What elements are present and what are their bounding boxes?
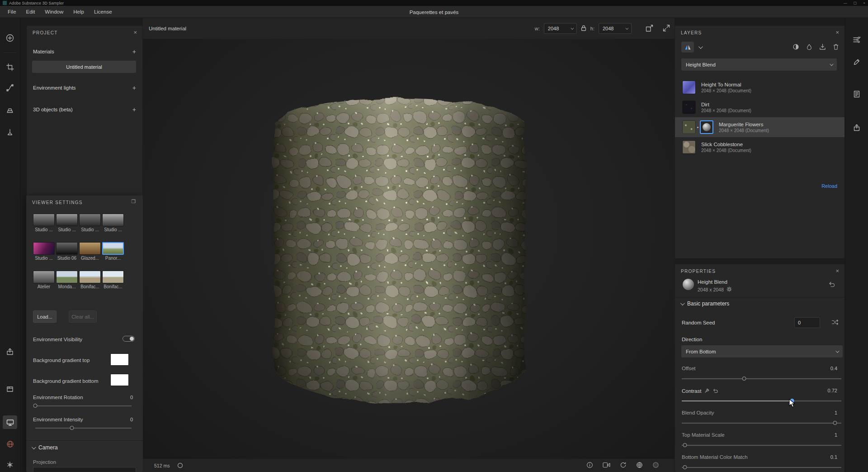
env-intensity-value: 0 <box>130 417 133 422</box>
menu-file[interactable]: File <box>3 9 21 14</box>
divider <box>26 440 143 441</box>
chevron-down-icon[interactable] <box>698 44 703 49</box>
env-thumb[interactable]: Atelier <box>33 271 55 289</box>
close-icon[interactable]: × <box>835 267 839 274</box>
pin-icon[interactable] <box>704 388 709 394</box>
env-thumb[interactable]: Bonifac... <box>79 271 101 289</box>
camera-section-header[interactable]: Camera <box>32 444 58 451</box>
layer-row[interactable]: Dirt 2048 × 2048 (Document) <box>675 97 844 117</box>
document-list-icon[interactable] <box>853 91 860 99</box>
materials-section[interactable]: Materials + <box>27 45 142 58</box>
filters-icon[interactable] <box>853 36 861 45</box>
import-icon[interactable] <box>819 43 826 51</box>
sphere-icon[interactable] <box>652 462 659 469</box>
env-thumb[interactable]: Studio ... <box>79 214 101 232</box>
random-seed-input[interactable]: 0 <box>794 317 820 328</box>
offset-slider[interactable] <box>682 377 841 381</box>
env-intensity-slider[interactable] <box>35 426 132 430</box>
top-material-scale-slider[interactable] <box>682 443 841 448</box>
export-icon[interactable] <box>3 345 17 358</box>
nodes-icon[interactable] <box>3 458 17 472</box>
env-thumb[interactable]: Monda... <box>56 271 78 289</box>
community-globe-icon[interactable] <box>3 437 17 451</box>
env-thumb[interactable]: Studio ... <box>56 214 78 232</box>
env-thumb[interactable]: Studio ... <box>33 242 55 261</box>
fullscreen-icon[interactable] <box>663 24 670 33</box>
randomize-icon[interactable] <box>831 319 839 327</box>
env-intensity-label: Environment Intensity <box>33 417 83 422</box>
maximize-button[interactable]: ▢ <box>854 1 857 5</box>
env-thumb[interactable]: Studio ... <box>33 214 55 232</box>
bg-gradient-top-swatch[interactable] <box>110 353 129 366</box>
add-material-icon[interactable]: + <box>132 48 136 55</box>
env-visibility-toggle[interactable] <box>123 336 135 342</box>
add-icon[interactable] <box>3 31 17 45</box>
menu-help[interactable]: Help <box>68 9 89 14</box>
reset-icon[interactable] <box>828 281 835 289</box>
bottom-material-color-match-slider[interactable] <box>682 465 841 470</box>
lock-ratio-icon[interactable] <box>581 25 586 32</box>
contrast-icon[interactable] <box>793 43 799 51</box>
blend-opacity-slider[interactable] <box>682 421 841 425</box>
resize-canvas-icon[interactable] <box>646 24 653 33</box>
bg-gradient-bottom-swatch[interactable] <box>110 374 129 386</box>
direction-dropdown[interactable]: From Bottom <box>681 345 843 358</box>
menu-edit[interactable]: Edit <box>21 9 40 14</box>
pencil-icon[interactable] <box>853 58 860 67</box>
env-thumb-selected[interactable]: Panor... <box>102 242 124 261</box>
projection-dropdown[interactable] <box>33 467 136 472</box>
environment-lights-section[interactable]: Environment lights + <box>27 81 142 95</box>
sync-icon[interactable] <box>620 462 627 469</box>
close-icon[interactable]: × <box>133 29 137 36</box>
crop-icon[interactable] <box>3 60 17 74</box>
droplet-icon[interactable] <box>806 43 812 51</box>
add-environment-icon[interactable]: + <box>132 84 136 91</box>
menu-license[interactable]: License <box>89 9 117 14</box>
blend-mode-dropdown[interactable]: Height Blend <box>681 58 837 71</box>
basic-parameters-header[interactable]: Basic parameters <box>680 300 729 307</box>
viewer-display-icon[interactable] <box>3 415 17 429</box>
close-window-button[interactable]: × <box>863 1 865 5</box>
objects-section[interactable]: 3D objects (beta) + <box>27 103 142 116</box>
gear-icon[interactable] <box>726 286 732 293</box>
close-icon[interactable]: × <box>835 29 839 36</box>
layer-row[interactable]: Slick Cobblestone 2048 × 2048 (Document) <box>675 137 844 157</box>
contrast-slider[interactable] <box>682 399 841 403</box>
perspective-grid-icon[interactable] <box>3 103 17 117</box>
layer-row[interactable]: Height To Normal 2048 × 2048 (Document) <box>675 77 844 97</box>
width-select[interactable]: 2048 <box>544 23 577 34</box>
viewport-3d[interactable] <box>143 39 675 459</box>
share-icon[interactable] <box>853 124 860 132</box>
dock-panel-icon[interactable]: ❐ <box>131 199 136 205</box>
layer-filter-thumbnail-selected[interactable] <box>700 120 713 134</box>
reload-link[interactable]: Reload <box>821 183 837 189</box>
env-thumb[interactable]: Bonifac... <box>102 271 124 289</box>
add-object-icon[interactable]: + <box>132 106 136 113</box>
material-item[interactable]: Untitled material <box>32 61 136 73</box>
wireframe-globe-icon[interactable] <box>636 462 643 469</box>
camera-icon[interactable] <box>603 462 610 469</box>
layer-thumbnail[interactable] <box>682 120 696 134</box>
material-tab[interactable]: Untitled material <box>149 18 186 39</box>
clear-all-button[interactable]: Clear all... <box>69 310 97 323</box>
assets-box-icon[interactable] <box>3 382 17 396</box>
trash-icon[interactable] <box>833 43 839 51</box>
compare-view-button[interactable] <box>681 42 694 52</box>
layer-thumbnail[interactable] <box>682 81 696 94</box>
minimize-button[interactable]: — <box>844 1 847 5</box>
info-icon[interactable] <box>586 462 593 469</box>
curves-icon[interactable] <box>3 81 17 95</box>
layer-thumbnail[interactable] <box>682 100 696 114</box>
undo-icon[interactable] <box>712 388 718 394</box>
env-thumb[interactable]: Studio 06 <box>56 242 78 261</box>
env-thumb[interactable]: Studio ... <box>102 214 124 232</box>
projection-label: Projection <box>33 459 56 465</box>
layer-row-selected[interactable]: Marguerite Flowers 2048 × 2048 (Document… <box>675 117 844 137</box>
menu-window[interactable]: Window <box>40 9 68 14</box>
load-button[interactable]: Load... <box>33 310 57 323</box>
scene-stamp-icon[interactable] <box>3 125 17 139</box>
env-rotation-slider[interactable] <box>35 404 132 408</box>
height-select[interactable]: 2048 <box>599 23 632 34</box>
env-thumb[interactable]: Glazed... <box>79 242 101 261</box>
layer-thumbnail[interactable] <box>682 140 696 154</box>
